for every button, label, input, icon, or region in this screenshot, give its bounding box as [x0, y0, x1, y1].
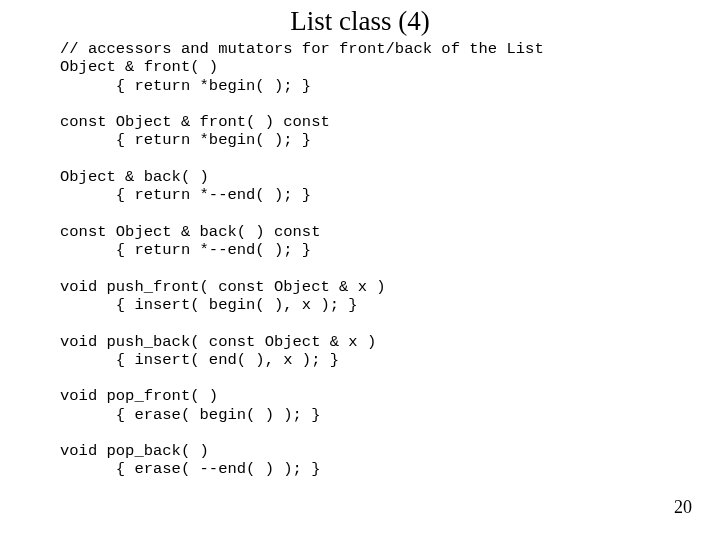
slide: List class (4) // accessors and mutators… [0, 0, 720, 540]
slide-title: List class (4) [0, 6, 720, 37]
code-block: // accessors and mutators for front/back… [60, 40, 544, 479]
page-number: 20 [674, 497, 692, 518]
